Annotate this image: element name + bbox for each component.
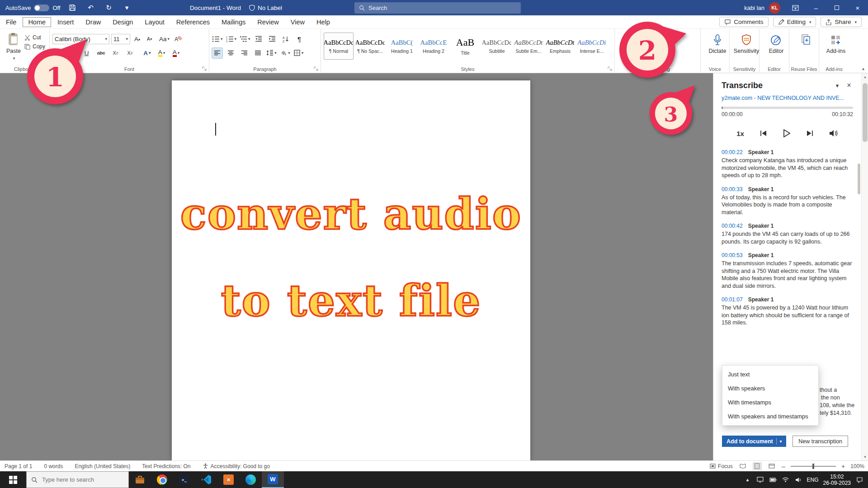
pane-options-icon[interactable]: ▾ <box>831 80 843 90</box>
zoom-in-button[interactable]: + <box>841 463 845 470</box>
tab-mailings[interactable]: Mailings <box>216 17 251 28</box>
taskbar-app-chrome[interactable] <box>151 471 173 488</box>
change-case-button[interactable]: Aa ▾ <box>159 34 170 44</box>
tab-design[interactable]: Design <box>107 17 139 28</box>
style-no-spacing[interactable]: AaBbCcDc ¶ No Spac... <box>355 33 385 60</box>
dictate-button[interactable]: Dictate <box>703 31 731 54</box>
borders-button[interactable]: ▾ <box>293 48 304 58</box>
tray-clock[interactable]: 15:02 26-09-2023 <box>823 474 851 486</box>
align-center-button[interactable] <box>226 48 236 58</box>
style-intense-emphasis[interactable]: AaBbCcDi Intense E... <box>577 33 607 60</box>
tab-view[interactable]: View <box>285 17 311 28</box>
align-left-button[interactable] <box>212 48 222 58</box>
entry-timestamp[interactable]: 00:00:33 <box>722 186 743 192</box>
tab-references[interactable]: References <box>170 17 216 28</box>
audio-file-link[interactable]: y2mate.com - NEW TECHNOLOGY AND INVE... <box>713 94 861 105</box>
style-heading-1[interactable]: AaBbC( Heading 1 <box>387 33 417 60</box>
show-marks-button[interactable]: ¶ <box>294 34 305 44</box>
restore-button[interactable] <box>826 0 847 15</box>
pane-scrollbar-thumb[interactable] <box>858 164 860 194</box>
redo-button[interactable]: ↻ <box>103 2 114 14</box>
menu-item-with-speakers[interactable]: With speakers <box>722 381 818 395</box>
taskbar-search[interactable] <box>26 471 129 488</box>
document-page[interactable]: convert audio to text file <box>172 80 530 460</box>
entry-timestamp[interactable]: 00:00:22 <box>722 149 743 155</box>
search-box[interactable]: Search <box>354 2 521 14</box>
paste-button[interactable]: Paste ▾ <box>3 31 24 61</box>
accessibility-indicator[interactable]: Accessibility: Good to go <box>203 463 270 469</box>
close-button[interactable]: × <box>847 0 868 15</box>
transcript-entry[interactable]: 00:00:42 Speaker 1 174 pounds the VM 45 … <box>722 223 854 245</box>
language-indicator[interactable]: English (United States) <box>75 463 130 469</box>
font-color-button[interactable]: A ▾ <box>171 48 181 58</box>
menu-item-with-speakers-and-timestamps[interactable]: With speakers and timestamps <box>722 409 818 423</box>
page-indicator[interactable]: Page 1 of 1 <box>5 463 32 469</box>
subscript-button[interactable]: X2 <box>110 48 121 58</box>
ribbon-display-options-button[interactable] <box>785 0 806 15</box>
scroll-up-icon[interactable]: ▴ <box>862 73 868 80</box>
taskbar-app-terminal[interactable]: >_ <box>173 471 195 488</box>
shading-button[interactable]: ▾ <box>280 48 290 58</box>
highlight-color-button[interactable]: A ▾ <box>156 48 167 58</box>
numbering-button[interactable]: 123 ▾ <box>226 34 237 44</box>
tray-display-icon[interactable] <box>756 477 764 483</box>
taskbar-search-input[interactable] <box>41 476 118 483</box>
tab-help[interactable]: Help <box>311 17 336 28</box>
taskbar-app-vscode[interactable] <box>195 471 217 488</box>
undo-button[interactable]: ↶ <box>85 2 96 14</box>
zoom-out-button[interactable]: – <box>782 462 785 470</box>
tray-wifi-icon[interactable] <box>782 477 790 482</box>
sensitivity-label-badge[interactable]: No Label <box>249 5 282 11</box>
audio-progress-bar[interactable] <box>722 107 853 109</box>
transcript-entry[interactable]: 00:00:22 Speaker 1 Check company Katanga… <box>722 149 854 179</box>
menu-item-just-text[interactable]: Just text <box>722 367 818 381</box>
multilevel-list-button[interactable]: ▾ <box>240 34 250 44</box>
clear-formatting-button[interactable]: A <box>173 34 184 44</box>
user-name[interactable]: kabi lan <box>744 5 764 11</box>
scroll-down-icon[interactable]: ▾ <box>862 453 868 460</box>
text-predictions-indicator[interactable]: Text Predictions: On <box>142 463 190 469</box>
transcript-entry[interactable]: 00:00:53 Speaker 1 The transmission incl… <box>722 252 854 290</box>
start-button[interactable] <box>0 471 26 488</box>
print-layout-button[interactable] <box>753 462 762 470</box>
tray-expand-icon[interactable]: ▴ <box>744 477 752 483</box>
tray-volume-icon[interactable] <box>794 477 802 483</box>
increase-indent-button[interactable] <box>267 34 278 44</box>
superscript-button[interactable]: X2 <box>125 48 135 58</box>
style-normal[interactable]: AaBbCcDc ¶ Normal <box>324 33 354 60</box>
align-right-button[interactable] <box>239 48 250 58</box>
scrollbar-thumb[interactable] <box>863 83 868 142</box>
taskbar-app-word[interactable]: W <box>262 471 284 488</box>
style-subtle-emphasis[interactable]: AaBbCcDt Subtle Em... <box>514 33 543 60</box>
tray-battery-icon[interactable] <box>769 478 777 482</box>
tab-home[interactable]: Home <box>22 17 52 28</box>
vertical-scrollbar[interactable]: ▴ ▾ <box>861 73 868 460</box>
web-layout-button[interactable] <box>767 462 776 470</box>
sort-button[interactable]: AZ <box>281 34 291 44</box>
reuse-files-button[interactable]: Reuse Files <box>792 31 820 48</box>
entry-timestamp[interactable]: 00:01:07 <box>722 296 743 303</box>
editing-mode-button[interactable]: Editing ▾ <box>773 17 816 27</box>
style-title[interactable]: AaB Title <box>450 33 480 60</box>
decrease-indent-button[interactable] <box>254 34 264 44</box>
tray-language[interactable]: ENG <box>807 477 819 483</box>
tab-review[interactable]: Review <box>251 17 285 28</box>
volume-icon[interactable] <box>829 130 838 137</box>
minimize-button[interactable]: – <box>806 0 826 15</box>
avatar[interactable]: KL <box>769 2 780 14</box>
taskbar-app-edge[interactable] <box>240 471 262 488</box>
strikethrough-button[interactable]: abc <box>96 48 106 58</box>
menu-item-with-timestamps[interactable]: With timestamps <box>722 395 818 409</box>
editor-button[interactable]: Editor <box>762 31 790 54</box>
playback-speed-button[interactable]: 1x <box>736 130 744 137</box>
skip-forward-icon[interactable] <box>806 130 814 137</box>
read-mode-button[interactable] <box>738 462 747 470</box>
notification-center-icon[interactable] <box>855 477 863 483</box>
zoom-slider[interactable] <box>791 466 836 467</box>
dialog-launcher-icon[interactable] <box>202 66 207 71</box>
grow-font-button[interactable]: A▴ <box>132 34 142 44</box>
shrink-font-button[interactable]: A▾ <box>144 34 155 44</box>
bullets-button[interactable]: ▾ <box>212 34 223 44</box>
tab-draw[interactable]: Draw <box>80 17 107 28</box>
new-transcription-button[interactable]: New transcription <box>793 436 848 447</box>
